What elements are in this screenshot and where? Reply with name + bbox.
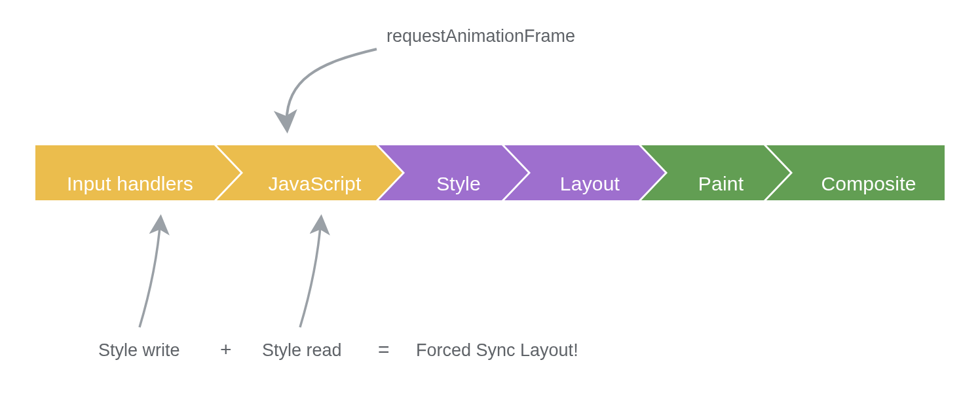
style-write-label: Style write: [98, 340, 180, 361]
forced-sync-label: Forced Sync Layout!: [416, 340, 578, 361]
stage-layout: [504, 145, 665, 200]
raf-label: requestAnimationFrame: [386, 26, 575, 46]
stage-javascript: [217, 145, 402, 200]
raf-arrow: [287, 49, 377, 128]
pipeline-chevrons: [35, 145, 945, 200]
pipeline-svg: [0, 0, 980, 396]
stage-input-handlers: [35, 145, 240, 200]
plus-symbol: +: [220, 338, 232, 361]
equals-symbol: =: [378, 338, 390, 361]
style-read-label: Style read: [262, 340, 342, 361]
style-write-arrow: [140, 219, 160, 327]
style-read-arrow: [300, 219, 321, 327]
stage-composite: [766, 145, 945, 200]
